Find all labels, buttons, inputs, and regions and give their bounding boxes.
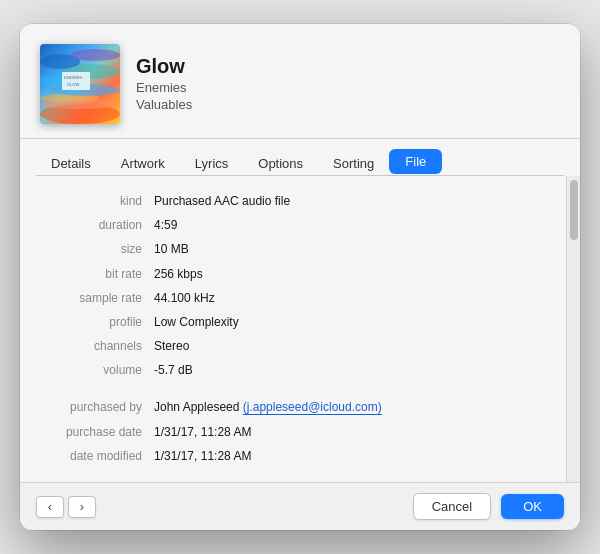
nav-buttons: ‹ › xyxy=(36,496,96,518)
tab-sorting[interactable]: Sorting xyxy=(318,150,389,176)
volume-label: volume xyxy=(44,361,154,380)
prev-button[interactable]: ‹ xyxy=(36,496,64,518)
volume-value: -5.7 dB xyxy=(154,361,542,380)
samplerate-label: sample rate xyxy=(44,289,154,308)
email-text: j.appleseed@icloud.com xyxy=(247,400,378,414)
purchasedby-email-link[interactable]: (j.appleseed@icloud.com) xyxy=(243,400,382,415)
tab-file[interactable]: File xyxy=(389,149,442,174)
size-value: 10 MB xyxy=(154,240,542,259)
cancel-button[interactable]: Cancel xyxy=(413,493,491,520)
track-title: Glow xyxy=(136,55,192,78)
samplerate-value: 44.100 kHz xyxy=(154,289,542,308)
size-label: size xyxy=(44,240,154,259)
tab-bar: Details Artwork Lyrics Options Sorting F… xyxy=(20,139,580,175)
next-button[interactable]: › xyxy=(68,496,96,518)
tab-artwork[interactable]: Artwork xyxy=(106,150,180,176)
dialog-footer: ‹ › Cancel OK xyxy=(20,482,580,530)
tab-details[interactable]: Details xyxy=(36,150,106,176)
bitrate-value: 256 kbps xyxy=(154,265,542,284)
duration-label: duration xyxy=(44,216,154,235)
album-art xyxy=(40,44,120,124)
purchasedby-value: John Appleseed (j.appleseed@icloud.com) xyxy=(154,398,542,417)
datemodified-value: 1/31/17, 11:28 AM xyxy=(154,447,542,466)
file-content: kind Purchased AAC audio file duration 4… xyxy=(20,176,566,482)
channels-label: channels xyxy=(44,337,154,356)
dialog: Glow Enemies Valuables Details Artwork L… xyxy=(20,24,580,530)
scroll-area: kind Purchased AAC audio file duration 4… xyxy=(20,176,580,482)
ok-button[interactable]: OK xyxy=(501,494,564,519)
channels-value: Stereo xyxy=(154,337,542,356)
track-album: Valuables xyxy=(136,97,192,112)
purchasedate-label: purchase date xyxy=(44,423,154,442)
tab-lyrics[interactable]: Lyrics xyxy=(180,150,243,176)
footer-right: Cancel OK xyxy=(413,493,564,520)
profile-label: profile xyxy=(44,313,154,332)
track-artist: Enemies xyxy=(136,80,192,95)
section-gap xyxy=(44,385,542,393)
duration-value: 4:59 xyxy=(154,216,542,235)
scroll-content: kind Purchased AAC audio file duration 4… xyxy=(20,176,566,482)
purchasedate-value: 1/31/17, 11:28 AM xyxy=(154,423,542,442)
kind-label: kind xyxy=(44,192,154,211)
scrollbar-thumb[interactable] xyxy=(570,180,578,240)
track-info: Glow Enemies Valuables xyxy=(136,55,192,112)
bitrate-label: bit rate xyxy=(44,265,154,284)
scrollbar-track[interactable] xyxy=(566,176,580,482)
tab-options[interactable]: Options xyxy=(243,150,318,176)
datemodified-label: date modified xyxy=(44,447,154,466)
profile-value: Low Complexity xyxy=(154,313,542,332)
dialog-header: Glow Enemies Valuables xyxy=(20,24,580,139)
file-info-table: kind Purchased AAC audio file duration 4… xyxy=(36,188,550,470)
kind-value: Purchased AAC audio file xyxy=(154,192,542,211)
purchasedby-label: purchased by xyxy=(44,398,154,417)
purchasedby-name: John Appleseed xyxy=(154,400,239,414)
